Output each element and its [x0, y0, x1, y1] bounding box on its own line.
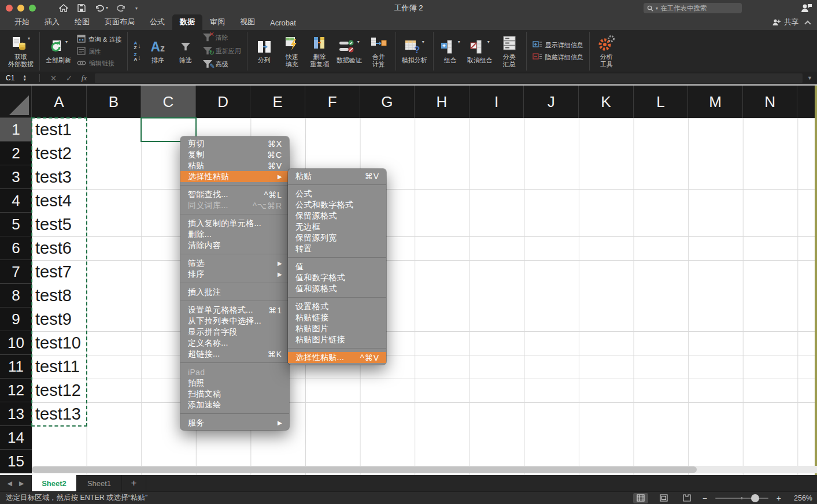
tab-6[interactable]: 审阅	[202, 14, 232, 30]
page-layout-view-button[interactable]	[656, 493, 671, 503]
row-header-1[interactable]: 1	[0, 118, 32, 142]
row-header-14[interactable]: 14	[0, 426, 32, 450]
sort-ascending-icon[interactable]: AZ↓	[134, 41, 141, 50]
column-header-H[interactable]: H	[415, 86, 470, 118]
ribbon-button-text-to-columns[interactable]: 分列	[253, 38, 275, 64]
paste-submenu-item-1-2[interactable]: 保留源格式	[288, 210, 386, 221]
ribbon-button-data-validation[interactable]: ▾数据验证	[337, 38, 362, 64]
sheet-tab-Sheet1[interactable]: Sheet1	[77, 475, 122, 491]
ribbon-small-button-show-detail[interactable]: 显示详细信息	[533, 40, 583, 50]
undo-caret-icon[interactable]: ▾	[106, 6, 108, 10]
tab-7[interactable]: 视图	[232, 14, 263, 30]
paste-submenu-item-2-1[interactable]: 值和数字格式	[288, 272, 386, 283]
context-menu-item-5-3[interactable]: 定义名称...	[180, 338, 289, 349]
dropdown-caret-icon[interactable]: ▾	[422, 39, 424, 45]
home-icon[interactable]	[59, 4, 68, 12]
sort-descending-icon[interactable]: ZA↓	[134, 53, 141, 62]
tab-4[interactable]: 公式	[142, 14, 172, 30]
column-header-M[interactable]: M	[688, 86, 743, 118]
ribbon-button-consolidate[interactable]: 合并 计算	[368, 34, 390, 68]
dropdown-caret-icon[interactable]: ▾	[28, 36, 30, 41]
customize-toolbar-icon[interactable]: ▾	[135, 6, 138, 11]
account-icon[interactable]	[800, 2, 812, 14]
name-box[interactable]: C1 ▲▼	[0, 74, 34, 82]
ribbon-button-sort[interactable]: Az排序	[147, 38, 169, 64]
zoom-slider-thumb[interactable]	[751, 494, 759, 502]
sheet-cells[interactable]	[32, 118, 817, 475]
column-header-A[interactable]: A	[32, 86, 87, 118]
row-header-8[interactable]: 8	[0, 284, 32, 307]
paste-submenu-item-4-0[interactable]: 选择性粘贴...^⌘V	[288, 352, 386, 363]
column-header-L[interactable]: L	[634, 86, 689, 118]
confirm-entry-icon[interactable]: ✓	[66, 74, 72, 83]
tab-1[interactable]: 插入	[37, 14, 67, 30]
ribbon-button-what-if-analysis[interactable]: ?▾模拟分析	[402, 38, 427, 64]
paste-submenu-item-1-3[interactable]: 无边框	[288, 221, 386, 232]
horizontal-scrollbar[interactable]	[32, 466, 817, 473]
context-menu-item-2-0[interactable]: 插入复制的单元格...	[180, 218, 289, 229]
ribbon-button-filter[interactable]: 筛选	[175, 38, 197, 64]
paste-submenu-item-2-2[interactable]: 值和源格式	[288, 283, 386, 294]
row-header-6[interactable]: 6	[0, 236, 32, 260]
undo-button[interactable]: ▾	[95, 4, 108, 12]
paste-submenu-item-3-3[interactable]: 粘贴图片链接	[288, 334, 386, 345]
row-header-12[interactable]: 12	[0, 379, 32, 402]
tab-0[interactable]: 开始	[7, 14, 37, 30]
cancel-entry-icon[interactable]: ✕	[50, 74, 57, 83]
ribbon-button-group[interactable]: ▾组合	[439, 38, 461, 64]
normal-view-button[interactable]	[633, 493, 648, 503]
tab-3[interactable]: 页面布局	[97, 14, 142, 30]
context-menu-item-0-2[interactable]: 粘贴⌘V	[180, 160, 289, 171]
ribbon-button-subtotal[interactable]: 分类 汇总	[498, 34, 520, 68]
row-header-2[interactable]: 2	[0, 142, 32, 165]
paste-submenu-item-3-2[interactable]: 粘贴图片	[288, 323, 386, 334]
ribbon-button-flash-fill[interactable]: 快速 填充	[281, 34, 303, 68]
column-header-D[interactable]: D	[196, 86, 251, 118]
select-all-corner[interactable]	[0, 86, 32, 118]
context-menu-item-3-1[interactable]: 排序▶	[180, 269, 289, 280]
row-header-7[interactable]: 7	[0, 260, 32, 284]
next-sheet-icon[interactable]: ▶	[19, 480, 24, 487]
close-window-button[interactable]	[6, 5, 13, 12]
dropdown-caret-icon[interactable]: ▾	[487, 39, 490, 45]
row-header-4[interactable]: 4	[0, 189, 32, 213]
column-header-J[interactable]: J	[524, 86, 579, 118]
save-icon[interactable]	[77, 4, 86, 12]
row-header-5[interactable]: 5	[0, 213, 32, 236]
tab-8[interactable]: Acrobat	[263, 16, 304, 30]
page-break-view-button[interactable]	[679, 493, 694, 503]
row-header-13[interactable]: 13	[0, 402, 32, 426]
zoom-slider[interactable]	[715, 494, 768, 502]
ribbon-small-button-queries-connections[interactable]: 查询 & 连接	[77, 35, 121, 44]
expand-formula-bar-icon[interactable]: ▼	[807, 75, 812, 81]
paste-submenu-item-0-0[interactable]: 粘贴⌘V	[288, 171, 386, 181]
zoom-in-button[interactable]: +	[777, 494, 781, 503]
paste-submenu-item-3-1[interactable]: 粘贴链接	[288, 312, 386, 323]
ribbon-button-analysis-tools[interactable]: 分析 工具	[596, 34, 618, 68]
column-header-N[interactable]: N	[743, 86, 798, 118]
context-menu-item-0-0[interactable]: 剪切⌘X	[180, 138, 289, 149]
context-menu-item-5-2[interactable]: 显示拼音字段	[180, 327, 289, 338]
paste-submenu-item-1-5[interactable]: 转置	[288, 243, 386, 254]
row-header-15[interactable]: 15	[0, 450, 32, 473]
paste-submenu-item-1-0[interactable]: 公式	[288, 188, 386, 199]
paste-submenu-item-3-0[interactable]: 设置格式	[288, 301, 386, 312]
paste-submenu-item-2-0[interactable]: 值	[288, 261, 386, 272]
ribbon-button-get-external-data[interactable]: ▾获取 外部数据	[8, 34, 34, 68]
column-header-I[interactable]: I	[470, 86, 524, 118]
dropdown-caret-icon[interactable]: ▾	[65, 39, 68, 45]
context-menu-item-4-0[interactable]: 插入批注	[180, 287, 289, 298]
row-header-9[interactable]: 9	[0, 307, 32, 331]
horizontal-scrollbar-thumb[interactable]	[32, 466, 697, 473]
share-button[interactable]: 共享	[772, 17, 798, 27]
column-header-K[interactable]: K	[579, 86, 634, 118]
context-menu-item-6-1[interactable]: 拍照	[180, 377, 289, 388]
collapse-ribbon-icon[interactable]	[804, 20, 811, 27]
context-menu-item-3-0[interactable]: 筛选▶	[180, 258, 289, 269]
tab-5[interactable]: 数据	[172, 14, 202, 30]
column-header-B[interactable]: B	[87, 86, 142, 118]
context-menu-item-5-1[interactable]: 从下拉列表中选择...	[180, 316, 289, 327]
paste-submenu-item-1-4[interactable]: 保留源列宽	[288, 232, 386, 243]
context-menu-item-2-1[interactable]: 删除...	[180, 229, 289, 240]
row-header-3[interactable]: 3	[0, 165, 32, 189]
